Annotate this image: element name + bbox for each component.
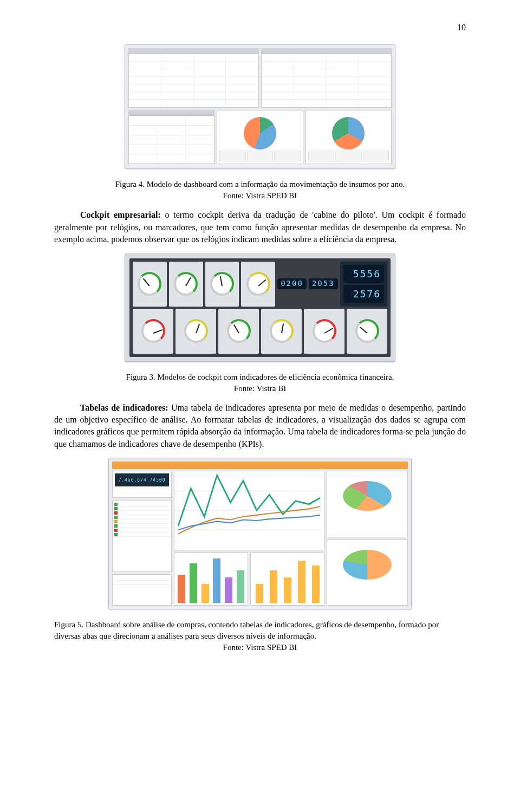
- lcd-display: 7.466.674.74500: [115, 473, 169, 486]
- dashboard-mock-3: 7.466.674.74500: [108, 458, 412, 609]
- mock-table-right: [261, 48, 392, 108]
- figure-3-caption: Figura 3. Modelos de cockpit com indicad…: [54, 372, 466, 383]
- dashboard-mock-1: [125, 44, 395, 169]
- para1-lead: Cockpit empresarial:: [80, 210, 161, 219]
- gauge-icon: [138, 272, 161, 296]
- gauge-icon: [227, 319, 251, 343]
- figure-5: 7.466.674.74500: [54, 458, 466, 609]
- line-chart: [174, 471, 324, 550]
- para2-lead: Tabelas de indicadores:: [80, 403, 168, 412]
- figure-4: [54, 44, 466, 169]
- pie-chart-bottom: [327, 540, 408, 606]
- gauge-icon: [174, 272, 198, 296]
- paragraph-tabelas: Tabelas de indicadores: Uma tabela de in…: [54, 402, 466, 451]
- figure-5-source: Fonte: Vistra SPED BI: [54, 642, 466, 653]
- gauge-icon: [355, 319, 379, 343]
- pie-panel-1: [217, 110, 303, 164]
- cockpit-mock: 0200 2053 5556 2576: [125, 254, 395, 362]
- bar-chart-right: [250, 553, 324, 606]
- indicator-list-2: [112, 574, 172, 606]
- gauge-icon: [313, 319, 336, 343]
- lcd-display: 0200: [277, 278, 307, 289]
- figure-3-source: Fonte: Vistra BI: [54, 383, 466, 394]
- pie-chart-top: [327, 471, 408, 537]
- lcd-display: 5556: [343, 265, 384, 283]
- mock-table-left: [128, 48, 259, 108]
- mock-table-bottom: [128, 110, 214, 164]
- paragraph-cockpit: Cockpit empresarial: o termo cockpit der…: [54, 209, 466, 245]
- indicator-list: [112, 500, 172, 572]
- pie-panel-2: [306, 110, 392, 164]
- gauge-icon: [184, 319, 208, 343]
- page-number: 10: [54, 22, 466, 34]
- gauge-icon: [270, 319, 294, 343]
- figure-4-caption: Figura 4. Modelo de dashboard com a info…: [54, 179, 466, 190]
- gauge-icon: [210, 272, 234, 296]
- lcd-display: 2053: [309, 278, 338, 289]
- figure-4-source: Fonte: Vistra SPED BI: [54, 190, 466, 202]
- bar-chart-left: [174, 553, 248, 606]
- figure-3: 0200 2053 5556 2576: [54, 254, 466, 362]
- lcd-display: 2576: [343, 285, 384, 303]
- figure-5-caption: Figura 5. Dashboard sobre análise de com…: [54, 619, 466, 642]
- gauge-icon: [141, 319, 165, 343]
- kpi-lcd-box: 7.466.674.74500: [112, 471, 172, 498]
- gauge-icon: [246, 272, 270, 296]
